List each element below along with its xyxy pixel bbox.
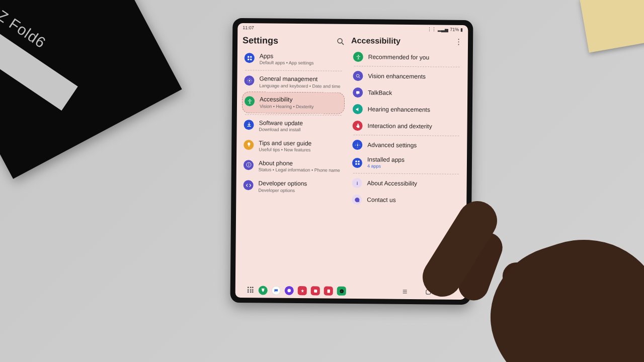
dock-app-5[interactable] — [311, 286, 320, 295]
svg-rect-21 — [357, 183, 357, 185]
row-title: Developer options — [259, 180, 307, 188]
svg-rect-14 — [356, 91, 359, 94]
settings-list: Apps Default apps • App settings General… — [240, 49, 345, 284]
settings-item-software-update[interactable]: Software update Download and install — [242, 116, 344, 137]
dock-app-7[interactable] — [337, 287, 346, 296]
svg-rect-17 — [358, 161, 359, 162]
about-icon — [352, 178, 362, 188]
svg-line-1 — [342, 43, 344, 45]
svg-point-7 — [249, 99, 250, 100]
download-icon — [244, 120, 254, 130]
row-subtitle: Status • Legal information • Phone name — [259, 167, 340, 173]
svg-rect-19 — [358, 163, 359, 165]
row-title: Tips and user guide — [259, 139, 311, 147]
row-recommended[interactable]: Recommended for you — [351, 48, 463, 66]
row-title: Accessibility — [260, 96, 314, 104]
settings-item-apps[interactable]: Apps Default apps • App settings — [243, 49, 345, 70]
user-hand — [413, 191, 644, 362]
bulb-icon — [244, 140, 254, 150]
svg-rect-10 — [248, 164, 249, 166]
gear-icon — [244, 75, 254, 85]
apps-icon — [245, 53, 255, 63]
settings-title: Settings — [243, 35, 278, 46]
installed-apps-icon — [352, 158, 362, 168]
svg-rect-24 — [327, 289, 330, 293]
app-dock — [248, 286, 346, 296]
wifi-icon: ⋮⋮ — [427, 27, 436, 32]
row-interaction[interactable]: Interaction and dexterity — [350, 117, 462, 135]
svg-point-11 — [358, 55, 359, 56]
svg-point-0 — [338, 38, 342, 43]
settings-item-developer[interactable]: Developer options Developer options — [241, 176, 344, 197]
advanced-icon — [352, 140, 362, 150]
row-subtitle: Default apps • App settings — [260, 60, 314, 66]
row-subtitle: Vision • Hearing • Dexterity — [260, 104, 314, 110]
settings-pane: Settings Apps Default apps • App setting… — [235, 32, 348, 284]
dock-app-2[interactable] — [272, 286, 281, 295]
row-label: Installed apps — [367, 156, 405, 163]
svg-point-9 — [248, 163, 249, 164]
talkback-icon — [353, 87, 363, 98]
row-title: About phone — [259, 159, 340, 167]
row-label: Contact us — [367, 196, 395, 204]
signal-icon: ▂▃▅ — [438, 27, 448, 32]
row-title: Software update — [259, 119, 303, 127]
svg-rect-23 — [314, 289, 317, 292]
row-subtitle: Useful tips • New features — [259, 147, 311, 153]
row-label: TalkBack — [368, 89, 392, 96]
svg-point-12 — [356, 74, 359, 77]
row-advanced[interactable]: Advanced settings — [350, 136, 462, 154]
svg-rect-2 — [248, 56, 249, 57]
row-talkback[interactable]: TalkBack — [351, 84, 462, 102]
row-label: About Accessibility — [367, 179, 418, 187]
row-label: Advanced settings — [367, 141, 417, 149]
status-indicators: ⋮⋮ ▂▃▅ 71% ▮ — [427, 27, 463, 32]
svg-rect-16 — [355, 161, 357, 162]
dock-app-6[interactable] — [324, 287, 333, 296]
row-subtitle: Download and install — [259, 127, 302, 133]
row-hearing[interactable]: Hearing enhancements — [351, 101, 462, 118]
svg-rect-5 — [250, 58, 252, 60]
accessibility-title: Accessibility — [351, 36, 400, 46]
row-subtitle: Language and keyboard • Date and time — [259, 83, 340, 89]
accessibility-icon — [245, 97, 255, 107]
battery-percent: 71% — [450, 27, 459, 32]
developer-icon — [243, 180, 253, 190]
hearing-icon — [353, 104, 363, 114]
app-drawer-icon[interactable] — [248, 287, 255, 294]
accessibility-header: Accessibility ⋮ — [351, 36, 463, 46]
svg-point-6 — [249, 80, 250, 81]
svg-line-13 — [359, 76, 360, 77]
contact-icon — [352, 195, 362, 205]
recents-button[interactable] — [400, 287, 410, 296]
settings-item-tips[interactable]: Tips and user guide Useful tips • New fe… — [242, 136, 344, 157]
row-label: Vision enhancements — [368, 72, 426, 80]
info-icon — [244, 160, 254, 170]
svg-point-20 — [357, 182, 358, 183]
dock-app-1[interactable] — [259, 286, 268, 295]
row-installed-apps[interactable]: Installed apps 4 apps — [350, 153, 462, 173]
row-label: Recommended for you — [368, 53, 430, 61]
dock-app-4[interactable] — [298, 286, 307, 295]
settings-item-general[interactable]: General management Language and keyboard… — [242, 71, 345, 93]
search-icon[interactable] — [336, 37, 345, 46]
separator — [245, 114, 342, 116]
svg-point-25 — [340, 289, 344, 293]
row-about-accessibility[interactable]: About Accessibility — [350, 174, 461, 192]
svg-point-15 — [357, 144, 358, 146]
dock-app-3[interactable] — [285, 286, 294, 295]
vision-icon — [353, 71, 363, 81]
settings-header: Settings — [243, 35, 345, 47]
row-title: General management — [259, 75, 340, 83]
settings-item-about[interactable]: About phone Status • Legal information •… — [242, 156, 344, 177]
svg-rect-18 — [355, 163, 357, 165]
status-time: 11:07 — [243, 25, 254, 30]
row-sublabel: 4 apps — [367, 164, 405, 169]
settings-item-accessibility[interactable]: Accessibility Vision • Hearing • Dexteri… — [242, 92, 345, 114]
recommended-icon — [353, 52, 363, 62]
svg-point-22 — [287, 289, 291, 293]
row-vision[interactable]: Vision enhancements — [351, 67, 462, 85]
more-options-icon[interactable]: ⋮ — [454, 37, 463, 46]
interaction-icon — [353, 121, 363, 131]
svg-rect-3 — [250, 56, 252, 57]
